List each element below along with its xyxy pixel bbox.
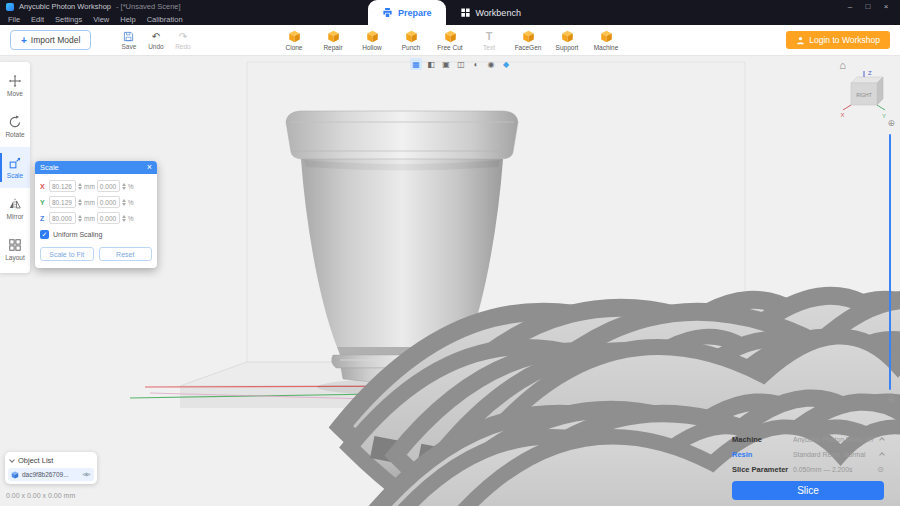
scale-z-percent-stepper[interactable] xyxy=(122,215,126,222)
tool-machine-button[interactable]: Machine xyxy=(589,30,623,51)
support-icon xyxy=(561,30,574,43)
resin-row[interactable]: Resin Standard Resin_Normal xyxy=(732,447,884,462)
tool-hollow-button[interactable]: Hollow xyxy=(355,30,389,51)
axis-x-label: X xyxy=(40,183,47,190)
sidebar-item-layout[interactable]: Layout xyxy=(0,229,30,270)
view-mode-shade-icon[interactable]: ◧ xyxy=(425,58,437,70)
minimize-button[interactable]: – xyxy=(842,0,858,13)
reset-button[interactable]: Reset xyxy=(99,247,153,261)
view-mode-dot-icon[interactable]: ◉ xyxy=(485,58,497,70)
close-icon[interactable]: × xyxy=(147,163,152,172)
tool-free-cut-button[interactable]: Free Cut xyxy=(433,30,467,51)
save-icon xyxy=(123,30,134,42)
menu-view[interactable]: View xyxy=(93,15,109,24)
chevron-up-icon[interactable] xyxy=(879,452,885,458)
view-mode-frame-icon[interactable]: ◫ xyxy=(455,58,467,70)
undo-icon: ↶ xyxy=(152,30,160,42)
app-logo-icon xyxy=(6,3,14,11)
machine-row[interactable]: Machine Anycubic Photon Mono M7 ... xyxy=(732,432,884,447)
unit-percent: % xyxy=(128,215,134,222)
import-model-button[interactable]: + Import Model xyxy=(10,30,91,50)
machine-label: Machine xyxy=(732,435,789,444)
scale-y-percent-input[interactable]: 0.000 xyxy=(97,196,120,208)
tool-support-button[interactable]: Support xyxy=(550,30,584,51)
scale-z-mm-stepper[interactable] xyxy=(78,215,82,222)
scale-x-mm-stepper[interactable] xyxy=(78,183,82,190)
menu-file[interactable]: File xyxy=(8,15,20,24)
scale-to-fit-button[interactable]: Scale to Fit xyxy=(40,247,94,261)
visibility-eye-icon[interactable] xyxy=(82,470,91,479)
save-button[interactable]: Save xyxy=(115,30,142,50)
scale-dialog-header[interactable]: Scale × xyxy=(35,161,157,174)
tool-clone-button[interactable]: Clone xyxy=(277,30,311,51)
view-mode-half-icon[interactable]: ◐ xyxy=(470,58,482,70)
tool-text-button[interactable]: T Text xyxy=(472,30,506,51)
axis-z-label: Z xyxy=(868,70,872,76)
unit-mm: mm xyxy=(84,183,95,190)
redo-button[interactable]: ↷ Redo xyxy=(169,30,196,50)
app-title: Anycubic Photon Workshop xyxy=(19,2,111,11)
view-mode-solid-icon[interactable]: ▣ xyxy=(440,58,452,70)
sidebar-item-rotate[interactable]: Rotate xyxy=(0,106,30,147)
zoom-slider[interactable] xyxy=(889,134,891,390)
close-button[interactable]: × xyxy=(878,0,894,13)
chevron-up-icon[interactable] xyxy=(879,437,885,443)
scale-x-mm-input[interactable]: 80.126 xyxy=(49,180,76,192)
undo-button[interactable]: ↶ Undo xyxy=(142,30,169,50)
scale-z-percent-input[interactable]: 0.000 xyxy=(97,212,120,224)
scale-row-x: X 80.126 mm 0.000 % xyxy=(40,180,152,192)
maximize-button[interactable]: □ xyxy=(860,0,876,13)
rotate-label: Rotate xyxy=(5,131,24,138)
punch-icon xyxy=(405,30,418,43)
hollow-icon xyxy=(366,30,379,43)
scale-icon xyxy=(8,156,22,170)
slice-parameter-settings-icon[interactable]: ⊙ xyxy=(877,465,884,474)
save-label: Save xyxy=(122,43,137,50)
scale-x-percent-input[interactable]: 0.000 xyxy=(97,180,120,192)
slice-parameter-value: 0.050mm — 2.200s xyxy=(793,466,873,473)
tool-repair-button[interactable]: Repair xyxy=(316,30,350,51)
workbench-grid-icon xyxy=(460,7,471,18)
scale-dialog-title: Scale xyxy=(40,163,59,172)
object-list-item[interactable]: dac9f8b26709... xyxy=(8,468,94,481)
uniform-scaling-checkbox[interactable]: ✓ Uniform Scaling xyxy=(40,230,152,239)
object-name: dac9f8b26709... xyxy=(22,471,69,478)
scene-name: - [*Unsaved Scene] xyxy=(116,2,181,11)
sidebar-item-scale[interactable]: Scale xyxy=(0,147,30,188)
scale-x-percent-stepper[interactable] xyxy=(122,183,126,190)
menu-help[interactable]: Help xyxy=(120,15,135,24)
hollow-label: Hollow xyxy=(362,44,382,51)
view-cube[interactable]: RIGHT Z X Y xyxy=(838,68,890,120)
text-icon: T xyxy=(486,30,493,43)
repair-icon xyxy=(327,30,340,43)
tool-punch-button[interactable]: Punch xyxy=(394,30,428,51)
free-cut-icon xyxy=(444,30,457,43)
scale-y-mm-input[interactable]: 80.129 xyxy=(49,196,76,208)
view-mode-toolbar: ▦ ◧ ▣ ◫ ◐ ◉ ◆ xyxy=(410,58,512,70)
menu-calibration[interactable]: Calibration xyxy=(147,15,183,24)
sidebar-item-mirror[interactable]: Mirror xyxy=(0,188,30,229)
slice-parameter-row[interactable]: Slice Parameter 0.050mm — 2.200s ⊙ xyxy=(732,462,884,477)
slice-button[interactable]: Slice xyxy=(732,481,884,500)
menu-settings[interactable]: Settings xyxy=(55,15,82,24)
resin-label: Resin xyxy=(732,450,789,459)
scale-z-mm-input[interactable]: 80.000 xyxy=(49,212,76,224)
view-mode-grid-icon[interactable]: ▦ xyxy=(410,58,422,70)
model-cube-icon xyxy=(11,471,19,479)
zoom-out-icon[interactable]: ⊖ xyxy=(887,394,895,404)
machine-value: Anycubic Photon Mono M7 ... xyxy=(793,436,876,443)
scale-y-mm-stepper[interactable] xyxy=(78,199,82,206)
object-list-header[interactable]: Object List xyxy=(8,455,94,468)
object-list-title: Object List xyxy=(18,456,53,465)
tab-prepare[interactable]: Prepare xyxy=(368,0,446,25)
zoom-in-icon[interactable]: ⊕ xyxy=(887,118,895,128)
menu-edit[interactable]: Edit xyxy=(31,15,44,24)
scale-y-percent-stepper[interactable] xyxy=(122,199,126,206)
tab-workbench[interactable]: Workbench xyxy=(446,0,535,25)
sidebar-item-move[interactable]: Move xyxy=(0,65,30,106)
model-tools: Clone Repair Hollow Punch Free Cut T Tex… xyxy=(277,30,623,51)
scale-row-y: Y 80.129 mm 0.000 % xyxy=(40,196,152,208)
view-mode-drop-icon[interactable]: ◆ xyxy=(500,58,512,70)
login-button[interactable]: Login to Workshop xyxy=(786,31,890,49)
tool-facegen-button[interactable]: FaceGen xyxy=(511,30,545,51)
